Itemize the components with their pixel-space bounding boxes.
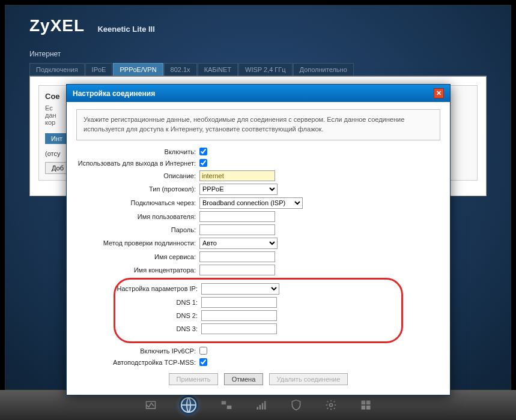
input-service[interactable]: [199, 251, 275, 262]
input-password[interactable]: [199, 224, 275, 235]
breadcrumb: Интернет: [29, 50, 487, 58]
label-dns2: DNS 2:: [115, 312, 201, 319]
label-username: Имя пользователя:: [76, 213, 199, 220]
svg-point-8: [329, 404, 332, 407]
nav-wifi-icon[interactable]: [255, 399, 268, 411]
label-description: Описание:: [76, 172, 199, 179]
int-subtab[interactable]: Инт: [45, 133, 68, 144]
tab-ipoe[interactable]: IPoE: [85, 63, 113, 76]
nav-lan-icon[interactable]: [220, 399, 233, 411]
help-text: Укажите регистрационные данные, необходи…: [76, 109, 440, 140]
label-ip-config: Настройка параметров IP:: [115, 285, 201, 292]
input-dns2[interactable]: [201, 310, 277, 321]
input-username[interactable]: [199, 211, 275, 222]
input-dns1[interactable]: [201, 297, 277, 308]
checkbox-tcpmss[interactable]: [199, 358, 207, 366]
label-protocol: Тип (протокол):: [76, 185, 199, 193]
svg-rect-6: [261, 403, 263, 410]
svg-rect-0: [146, 401, 155, 409]
select-connect-via[interactable]: Broadband connection (ISP): [199, 197, 303, 209]
svg-rect-4: [256, 407, 258, 409]
svg-rect-9: [361, 401, 365, 405]
tab-bar: Подключения IPoE PPPoE/VPN 802.1x КАБiNE…: [29, 63, 487, 76]
label-connect-via: Подключаться через:: [76, 199, 199, 206]
label-auth: Метод проверки подлинности:: [76, 239, 199, 247]
label-service: Имя сервиса:: [76, 253, 199, 260]
svg-rect-10: [366, 401, 370, 405]
svg-rect-5: [259, 405, 261, 410]
tab-additional[interactable]: Дополнительно: [293, 63, 354, 76]
cancel-button[interactable]: Отмена: [224, 373, 263, 385]
connection-settings-modal: Настройка соединения ✕ Укажите регистрац…: [66, 84, 451, 395]
svg-rect-3: [226, 406, 231, 409]
checkbox-ipv6cp[interactable]: [199, 347, 207, 355]
select-protocol[interactable]: PPPoE: [199, 184, 278, 195]
label-dns1: DNS 1:: [115, 299, 201, 306]
delete-button[interactable]: Удалить соединение: [269, 373, 348, 385]
tab-pppoe-vpn[interactable]: PPPoE/VPN: [113, 63, 163, 76]
nav-settings-icon[interactable]: [324, 399, 338, 411]
input-dns3[interactable]: [201, 323, 277, 334]
checkbox-enable[interactable]: [199, 148, 207, 155]
tab-kabinet[interactable]: КАБiNET: [198, 63, 238, 76]
modal-titlebar: Настройка соединения ✕: [67, 85, 450, 102]
apply-button[interactable]: Применить: [169, 373, 219, 385]
nav-apps-icon[interactable]: [359, 399, 372, 411]
modal-actions: Применить Отмена Удалить соединение: [76, 373, 440, 385]
svg-rect-12: [366, 406, 370, 410]
tab-wisp[interactable]: WISP 2,4 ГГц: [238, 63, 293, 76]
nav-security-icon[interactable]: [290, 399, 303, 411]
label-ipv6cp: Включить IPv6CP:: [76, 347, 199, 355]
tab-connections[interactable]: Подключения: [29, 63, 85, 76]
label-dns3: DNS 3:: [115, 325, 201, 332]
ip-settings-highlight: Настройка параметров IP: DNS 1: DNS 2: D…: [114, 278, 403, 343]
input-concentrator[interactable]: [199, 265, 275, 275]
nav-internet-icon[interactable]: [179, 395, 198, 415]
header: ZyXEL Keenetic Lite III: [5, 5, 511, 40]
modal-body: Укажите регистрационные данные, необходи…: [67, 102, 450, 395]
input-description[interactable]: [199, 170, 275, 181]
model-name: Keenetic Lite III: [97, 25, 154, 34]
svg-rect-11: [361, 406, 365, 410]
svg-rect-2: [221, 401, 226, 404]
checkbox-use-internet[interactable]: [199, 159, 207, 167]
close-icon[interactable]: ✕: [434, 88, 444, 98]
select-ip-config[interactable]: [201, 283, 279, 295]
tab-8021x[interactable]: 802.1x: [164, 63, 197, 76]
svg-rect-7: [264, 401, 266, 409]
label-concentrator: Имя концентратора:: [76, 266, 199, 274]
modal-title-text: Настройка соединения: [73, 89, 155, 98]
label-use-internet: Использовать для выхода в Интернет:: [76, 160, 199, 167]
brand-logo: ZyXEL: [29, 16, 85, 35]
nav-status-icon[interactable]: [144, 399, 157, 411]
label-tcpmss: Автоподстройка TCP-MSS:: [76, 359, 199, 366]
select-auth[interactable]: Авто: [199, 238, 278, 249]
label-password: Пароль:: [76, 226, 199, 233]
label-enable: Включить:: [76, 148, 199, 155]
